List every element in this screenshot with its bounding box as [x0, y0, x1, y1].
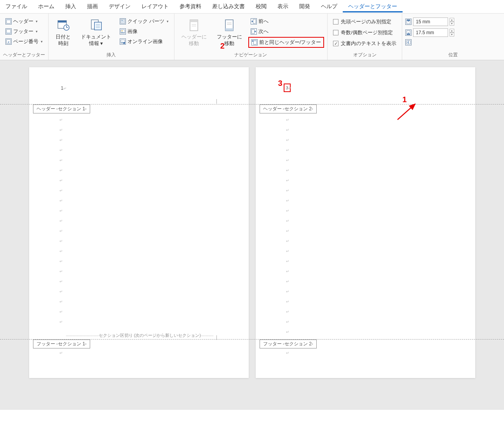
svg-rect-17	[122, 20, 123, 21]
nav-next-label: 次へ	[258, 28, 269, 35]
picture-button[interactable]: 画像	[117, 27, 171, 36]
prev-icon	[251, 18, 257, 24]
nav-prev-button[interactable]: 前へ	[248, 17, 324, 26]
ribbon-group-position-label: 位置	[405, 50, 501, 59]
chevron-down-icon: ▾	[41, 40, 43, 44]
checkbox-icon	[333, 19, 338, 24]
onlinepic-icon	[120, 38, 126, 45]
picture-label: 画像	[127, 28, 138, 35]
section-break-indicator: ········································…	[66, 333, 220, 338]
chevron-down-icon: ▾	[36, 19, 38, 23]
pagenum-dropdown[interactable]: # ページ番号 ▾	[3, 37, 45, 46]
spin-up-button[interactable]: ▴	[450, 29, 454, 33]
ribbon-group-hf-label: ヘッダーとフッター	[3, 50, 45, 59]
opt-oddeven-checkbox[interactable]: 奇数/偶数ページ別指定	[331, 28, 399, 38]
svg-rect-33	[251, 30, 254, 34]
checkbox-icon	[333, 30, 338, 35]
gotoheader-icon	[187, 18, 201, 32]
menu-help[interactable]: ヘルプ	[316, 1, 343, 12]
footer-para-mark: ↵	[286, 351, 289, 355]
svg-text:#: #	[8, 41, 9, 44]
menu-view[interactable]: 表示	[272, 1, 294, 12]
document-workspace[interactable]: 1↵ ヘッダー -セクション 1- ↵↵↵↵↵↵↵↵↵↵↵↵↵↵↵↵↵↵↵↵↵ …	[0, 60, 504, 410]
pagenum-label: ページ番号	[13, 38, 38, 45]
gotofooter-l1: フッターに	[217, 34, 242, 40]
header-label: ヘッダー	[13, 18, 33, 25]
annotation-arrow-icon	[396, 102, 419, 122]
header-icon	[5, 18, 12, 24]
link-prev-icon	[251, 39, 258, 45]
ribbon-group-options-label: オプション	[331, 50, 399, 59]
page-1[interactable]: 1↵ ヘッダー -セクション 1- ↵↵↵↵↵↵↵↵↵↵↵↵↵↵↵↵↵↵↵↵↵ …	[29, 67, 249, 378]
menubar: ファイル ホーム 挿入 描画 デザイン レイアウト 参考資料 差し込み文書 校閲…	[0, 0, 504, 14]
header-distance-input[interactable]: 15 mm	[413, 17, 448, 26]
menu-header-footer-tab[interactable]: ヘッダーとフッター	[343, 1, 403, 12]
ribbon-group-nav: ヘッダーに 移動 フッターに 移動 前へ	[174, 14, 328, 60]
opt-oddeven-label: 奇数/偶数ページ別指定	[341, 29, 393, 36]
svg-rect-39	[407, 34, 410, 35]
annotation-2: 2	[220, 42, 225, 51]
svg-rect-29	[225, 28, 233, 31]
gotoheader-l1: ヘッダーに	[181, 34, 207, 40]
quickparts-icon	[120, 18, 126, 24]
header-dropdown[interactable]: ヘッダー ▾	[3, 17, 45, 26]
paragraph-marks: ↵↵↵↵↵↵↵↵↵↵↵↵↵↵↵↵↵↵↵↵↵	[59, 118, 63, 324]
docinfo-button[interactable]: ドキュメント 情報 ▾	[77, 17, 115, 49]
menu-mailings[interactable]: 差し込み文書	[207, 1, 250, 12]
spin-down-button[interactable]: ▾	[450, 22, 454, 26]
page-1-number[interactable]: 1↵	[61, 85, 67, 91]
chevron-down-icon: ▾	[167, 19, 169, 23]
docinfo-l2: 情報	[89, 40, 99, 46]
footer-from-bottom-icon	[405, 30, 412, 36]
svg-rect-18	[123, 20, 124, 23]
ribbon-group-insert-label: 挿入	[52, 50, 171, 59]
datetime-l2: 時刻	[58, 40, 68, 46]
gotofooter-icon	[222, 18, 236, 32]
quickparts-dropdown[interactable]: クイック パーツ ▾	[117, 17, 171, 26]
footer-label: フッター	[13, 28, 33, 35]
footer-section-tag-1: フッター -セクション 1-	[33, 340, 90, 348]
docinfo-l1: ドキュメント	[81, 34, 111, 40]
footer-dropdown[interactable]: フッター ▾	[3, 27, 45, 36]
chevron-down-icon: ▾	[99, 40, 103, 46]
menu-references[interactable]: 参考資料	[174, 1, 207, 12]
opt-firstpage-checkbox[interactable]: 先頭ページのみ別指定	[331, 17, 399, 27]
header-section-tag-2: ヘッダー -セクション 2-	[260, 105, 317, 113]
opt-showtext-label: 文書内のテキストを表示	[341, 40, 396, 47]
insert-alignment-tab-icon[interactable]	[405, 39, 412, 45]
datetime-button[interactable]: 日付と 時刻	[52, 17, 75, 49]
svg-point-21	[122, 30, 123, 31]
nav-next-button[interactable]: 次へ	[248, 27, 324, 36]
footer-boundary-line	[0, 339, 504, 340]
menu-file[interactable]: ファイル	[0, 1, 33, 12]
docinfo-icon	[89, 18, 103, 32]
gotofooter-button[interactable]: フッターに 移動	[213, 17, 246, 49]
quickparts-label: クイック パーツ	[127, 18, 164, 25]
opt-firstpage-label: 先頭ページのみ別指定	[341, 18, 391, 25]
link-prev-label: 前と同じヘッダー/フッター	[259, 39, 321, 46]
checkbox-checked-icon: ✓	[333, 41, 338, 46]
menu-home[interactable]: ホーム	[33, 1, 60, 12]
link-to-previous-button[interactable]: 前と同じヘッダー/フッター	[248, 37, 324, 48]
header-section-tag-1: ヘッダー -セクション 1-	[33, 105, 90, 113]
menu-draw[interactable]: 描画	[82, 1, 103, 12]
menu-insert[interactable]: 挿入	[60, 1, 82, 12]
gotoheader-l2: 移動	[189, 40, 199, 46]
menu-developer[interactable]: 開発	[294, 1, 316, 12]
datetime-icon	[56, 18, 70, 32]
header-from-top-icon	[405, 19, 412, 25]
header-boundary-line	[0, 104, 504, 105]
spin-down-button[interactable]: ▾	[450, 33, 454, 37]
spin-up-button[interactable]: ▴	[450, 18, 454, 22]
menu-layout[interactable]: レイアウト	[136, 1, 174, 12]
opt-showtext-checkbox[interactable]: ✓ 文書内のテキストを表示	[331, 38, 399, 49]
page-2[interactable]: 3↵ ヘッダー -セクション 2- ↵↵↵↵↵↵↵↵↵↵↵↵↵↵↵↵↵↵↵↵↵↵…	[256, 67, 475, 378]
menu-design[interactable]: デザイン	[103, 1, 136, 12]
footer-distance-input[interactable]: 17.5 mm	[413, 28, 448, 37]
annotation-3: 3	[278, 79, 283, 88]
menu-review[interactable]: 校閲	[250, 1, 272, 12]
page-2-number[interactable]: 3↵	[286, 85, 291, 90]
picture-icon	[120, 28, 126, 35]
onlinepic-label: オンライン画像	[127, 38, 163, 45]
onlinepic-button[interactable]: オンライン画像	[117, 37, 171, 46]
